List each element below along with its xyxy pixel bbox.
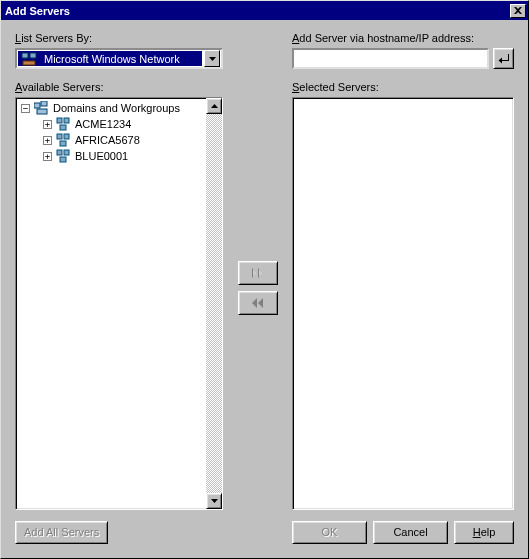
svg-rect-12 xyxy=(64,134,69,139)
scroll-up-button[interactable] xyxy=(206,98,222,114)
svg-rect-9 xyxy=(64,118,69,123)
svg-rect-15 xyxy=(64,150,69,155)
available-servers-list[interactable]: − Domains and Workgroups xyxy=(15,97,223,510)
svg-rect-5 xyxy=(34,103,40,108)
chevron-down-icon xyxy=(209,57,216,61)
scroll-down-button[interactable] xyxy=(206,493,222,509)
available-label: Available Servers: xyxy=(15,81,223,93)
server-tree[interactable]: − Domains and Workgroups xyxy=(18,100,204,164)
tree-item-label: BLUE0001 xyxy=(75,148,128,164)
tree-item[interactable]: + ACME1234 xyxy=(18,116,204,132)
enter-icon xyxy=(498,53,510,65)
chevron-up-icon xyxy=(211,104,218,108)
add-servers-dialog: Add Servers List Servers By: xyxy=(0,0,529,559)
add-hostname-button[interactable] xyxy=(493,48,514,69)
ok-button[interactable]: OK xyxy=(292,521,367,544)
list-by-label: List Servers By: xyxy=(15,32,223,44)
list-by-dropdown[interactable]: Microsoft Windows Network xyxy=(15,48,223,69)
hostname-input[interactable] xyxy=(292,48,489,69)
tree-item-label: AFRICA5678 xyxy=(75,132,140,148)
svg-rect-6 xyxy=(41,101,47,106)
domain-icon xyxy=(56,132,72,148)
tree-root-label: Domains and Workgroups xyxy=(53,100,180,116)
close-button[interactable] xyxy=(510,4,526,18)
scrollbar[interactable] xyxy=(206,98,222,509)
svg-rect-14 xyxy=(57,150,62,155)
dropdown-arrow-button[interactable] xyxy=(204,50,220,67)
add-selected-button[interactable] xyxy=(238,261,278,285)
add-via-label: Add Server via hostname/IP address: xyxy=(292,32,514,44)
svg-rect-1 xyxy=(30,53,36,58)
close-icon xyxy=(514,7,522,14)
expand-icon[interactable]: + xyxy=(43,136,52,145)
tree-item[interactable]: + BLUE0001 xyxy=(18,148,204,164)
selected-servers-list[interactable] xyxy=(292,97,514,510)
double-left-icon xyxy=(251,298,265,308)
expand-icon[interactable]: + xyxy=(43,120,52,129)
network-group-icon xyxy=(34,100,50,116)
svg-rect-2 xyxy=(23,61,35,65)
double-right-icon xyxy=(251,268,265,278)
domain-icon xyxy=(56,148,72,164)
svg-rect-0 xyxy=(22,53,28,58)
svg-rect-11 xyxy=(57,134,62,139)
add-all-servers-button[interactable]: Add All Servers xyxy=(15,521,108,544)
expand-icon[interactable]: + xyxy=(43,152,52,161)
selected-label: Selected Servers: xyxy=(292,81,514,93)
svg-rect-8 xyxy=(57,118,62,123)
titlebar[interactable]: Add Servers xyxy=(1,1,528,20)
tree-item[interactable]: + AFRICA5678 xyxy=(18,132,204,148)
tree-item-label: ACME1234 xyxy=(75,116,131,132)
svg-rect-13 xyxy=(60,141,66,146)
window-title: Add Servers xyxy=(5,5,510,17)
svg-rect-16 xyxy=(60,157,66,162)
dropdown-value: Microsoft Windows Network xyxy=(44,53,180,65)
domain-icon xyxy=(56,116,72,132)
tree-root[interactable]: − Domains and Workgroups xyxy=(18,100,204,116)
collapse-icon[interactable]: − xyxy=(21,104,30,113)
remove-selected-button[interactable] xyxy=(238,291,278,315)
chevron-down-icon xyxy=(211,499,218,503)
help-button[interactable]: Help xyxy=(454,521,514,544)
network-icon xyxy=(21,51,37,67)
svg-rect-7 xyxy=(37,109,47,114)
svg-rect-10 xyxy=(60,125,66,130)
cancel-button[interactable]: Cancel xyxy=(373,521,448,544)
